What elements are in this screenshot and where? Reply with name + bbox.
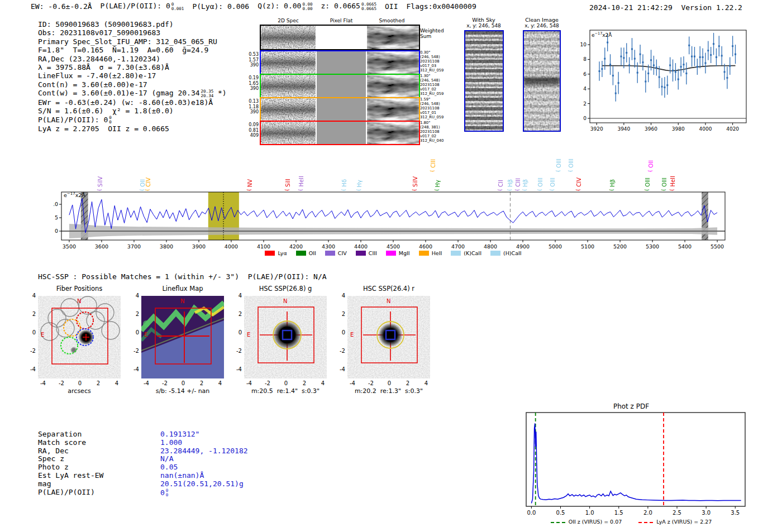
fiber-weight-value: 0.19	[246, 75, 259, 81]
line-label-text: Hβ	[508, 179, 513, 187]
rect-decor	[526, 413, 745, 506]
main-spectrum-plot: 3500360037003800390040004100420043004400…	[54, 189, 733, 251]
info-text: S/N = 1.6(±0.6) χ² = 1.8(±0.0)	[38, 107, 174, 115]
text-decor: 2.5	[673, 510, 681, 516]
legend-item: (H)CaII	[490, 250, 522, 256]
match-value: 0	[160, 488, 165, 496]
fiber-meta-line: v017_02	[420, 134, 444, 138]
x-tick-label: -2	[262, 380, 273, 386]
text-decor: 3960	[645, 126, 657, 132]
header-text: P(LAE)/P(OII): 0	[101, 2, 170, 10]
text-decor: 4400	[354, 243, 368, 250]
header-item-0: EW: -0.6±-0.2Å	[31, 2, 92, 11]
line-label-HeII: HeII{	[299, 146, 307, 192]
compass-e: E	[350, 332, 354, 338]
line-label-HeII: HeII{	[670, 146, 678, 192]
line-label-text: OIII	[550, 178, 556, 187]
photz-legend-item: LyA z (VIRUS) = 2.27	[638, 519, 712, 525]
fiber-meta-line: 0.30"	[420, 50, 444, 55]
fiber-row-left-labels: 0.090.81409	[246, 122, 259, 138]
legend-swatch	[451, 251, 461, 256]
text-decor: 3920	[590, 126, 603, 132]
line-label-Hγ: Hγ{	[357, 146, 365, 192]
match-row-ra-dec: RA, Dec23.284449, -1.120182	[38, 447, 248, 456]
line-label-SiIV: SiIV{	[98, 146, 106, 192]
rect-decor	[634, 58, 636, 60]
rect-decor	[685, 73, 687, 74]
rect-decor	[678, 79, 679, 80]
text-decor: 3.0	[702, 510, 711, 516]
fiber-smoothed-image	[367, 98, 419, 121]
sup-sub-stack: 00	[109, 116, 112, 124]
fiber-meta-line: (246, 548)	[420, 78, 444, 83]
info-text: LineFlux = -7.40(±2.80)e-17	[38, 71, 156, 80]
spectral-trace-band	[261, 122, 316, 144]
with-sky-image	[464, 30, 504, 132]
header-timestamp-version: 2024-10-21 21:42:29 Version 1.22.2	[589, 3, 742, 12]
legend-swatch	[325, 251, 335, 256]
y-tick-label: 4	[22, 293, 36, 299]
info-line-4: F=1.8" T=0.165 N̄=1.19 A=0.60 ḡ=24.9	[38, 46, 227, 54]
rect-decor	[637, 72, 638, 74]
rect-decor	[729, 65, 731, 67]
text-decor: 5500	[711, 243, 724, 250]
legend-item: HeII	[419, 250, 442, 256]
fiber-weight-value: 1.18	[246, 104, 259, 110]
with-sky-coords: x, y: 246, 548	[461, 23, 506, 28]
cutout-xlabel-0: arcsecs	[21, 387, 137, 395]
fiber-meta-line: 312_RU_059	[420, 92, 444, 96]
fiber-positions-panel	[38, 296, 121, 378]
header-item-3: Q(z): 0.000.000.00	[258, 2, 312, 11]
compass-e: E	[144, 332, 147, 338]
fiber-smoothed-image	[367, 51, 419, 74]
cutout-title-3: HSC SSP(26.4) r	[336, 285, 441, 293]
legend-item: Lyα	[265, 250, 287, 256]
hsc-matches-line: HSC-SSP : Possible Matches = 1 (within +…	[38, 272, 327, 281]
fiber-meta-line: 1.59"	[420, 97, 444, 102]
fiber-meta-line: 20231108	[420, 106, 444, 111]
rect-decor	[621, 56, 622, 57]
match-label: P(LAE)/P(OII)	[38, 488, 160, 497]
x-tick-label: 2	[196, 380, 207, 386]
flux-patch	[143, 320, 150, 327]
match-label: Separation	[38, 430, 160, 439]
fiber-2dspec-image	[261, 51, 316, 74]
text-decor: e−17x2Å	[64, 191, 85, 198]
y-tick-label: 0	[228, 329, 242, 336]
info-text: P(LAE)/P(OII): 0	[38, 116, 108, 124]
y-tick-label: -2	[332, 348, 345, 354]
rect-decor	[628, 64, 630, 66]
rect-decor	[650, 59, 652, 61]
info-text: EWr = -0.63(±0.24) (w: -8.60(±0.03)e18)Å	[38, 98, 213, 107]
text-decor: 0	[55, 228, 58, 234]
y-tick-label: 4	[228, 293, 242, 299]
rect-decor	[664, 87, 665, 88]
rect-decor	[669, 64, 671, 66]
match-row-separation: Separation0.191312"	[38, 430, 248, 439]
rect-decor	[631, 48, 633, 50]
legend-label: OII	[309, 250, 316, 256]
text-decor: 3.5	[731, 510, 740, 516]
line-marker-brace: {	[648, 170, 653, 172]
fiber-row-strip	[260, 50, 420, 75]
line-marker-brace: {	[430, 170, 435, 172]
info-line-7: LineFlux = -7.40(±2.80)e-17	[38, 71, 227, 80]
info-text: F=1.8" T=0.165 N̄=1.19 A=0.60 ḡ=24.9	[38, 46, 208, 54]
text-decor: 5300	[646, 243, 659, 250]
fiber-row-right-labels: 1.80"(248, 381)20231108v017_02312_RU_040	[420, 121, 444, 143]
hsc-g-image	[244, 296, 327, 378]
y-tick-label: -2	[228, 348, 242, 354]
sub-value: 20.34	[201, 94, 214, 98]
line-label-SiIV: SiIV{	[413, 146, 421, 192]
clean-image-coords: x, y: 246, 548	[518, 23, 565, 28]
fiber-meta-line: v017_02	[420, 87, 444, 92]
text-decor: 3900	[192, 243, 206, 250]
version-label: Version 1.22.2	[681, 3, 742, 12]
header-space	[673, 3, 681, 12]
x-tick-label: 4	[111, 380, 122, 386]
spectral-trace-band	[261, 51, 316, 74]
rect-decor	[647, 73, 649, 74]
text-decor: 3700	[127, 243, 141, 250]
fiber-smoothed-image	[367, 122, 419, 144]
text-decor: 0.0	[527, 510, 536, 516]
